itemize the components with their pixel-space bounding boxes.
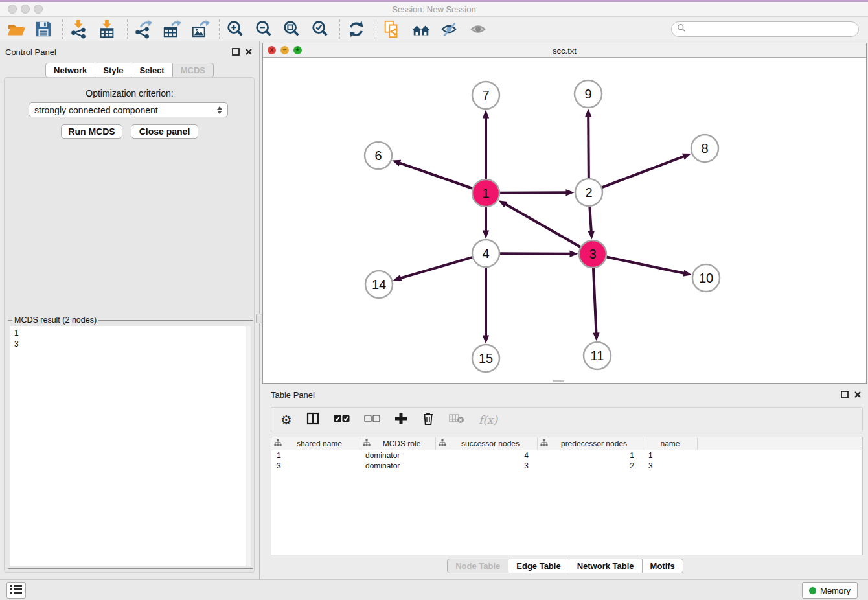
cell-successor-nodes: 3 [436, 461, 538, 470]
canvas-scroll-indicator[interactable] [553, 380, 564, 382]
float-panel-icon[interactable] [232, 47, 240, 58]
search-input[interactable] [689, 25, 858, 34]
edge-1-7[interactable] [483, 110, 489, 179]
import-table-button[interactable] [96, 19, 118, 40]
zoom-selected-button[interactable] [309, 19, 331, 40]
fx-icon: f(x) [479, 413, 497, 426]
column-header-predecessor-nodes[interactable]: predecessor nodes [538, 437, 643, 450]
edge-1-4[interactable] [483, 207, 489, 239]
network-list-button[interactable] [6, 582, 26, 599]
delete-selected-button[interactable] [422, 411, 435, 428]
cell-name: 1 [643, 451, 698, 460]
tab-select[interactable]: Select [131, 63, 172, 78]
table-row[interactable]: 3dominator323 [271, 461, 862, 471]
duplicate-network-button[interactable] [381, 19, 403, 40]
close-table-panel-icon[interactable] [854, 389, 862, 401]
tab-network-table[interactable]: Network Table [569, 559, 643, 573]
edge-2-8[interactable] [602, 154, 691, 187]
show-columns-button[interactable] [306, 412, 319, 427]
edge-3-1[interactable] [499, 200, 580, 247]
float-table-panel-icon[interactable] [841, 389, 849, 401]
export-image-button[interactable] [189, 19, 211, 40]
tab-mcds[interactable]: MCDS [172, 63, 214, 78]
titlebar-accent [0, 0, 868, 2]
column-header-mcds-role[interactable]: MCDS role [360, 437, 436, 450]
import-network-icon [67, 19, 89, 39]
run-mcds-button[interactable]: Run MCDS [61, 124, 122, 139]
graph-node-9[interactable]: 9 [575, 80, 602, 108]
graph-node-2[interactable]: 2 [575, 179, 602, 206]
tab-node-table[interactable]: Node Table [447, 559, 508, 573]
zoom-out-button[interactable] [253, 19, 275, 40]
graph-node-11[interactable]: 11 [584, 342, 611, 369]
show-all-networks-button[interactable] [410, 19, 432, 40]
graph-node-8[interactable]: 8 [691, 135, 718, 162]
edge-1-6[interactable] [392, 160, 472, 189]
toolbar-separator [127, 19, 128, 39]
memory-button[interactable]: Memory [802, 582, 858, 599]
graph-node-10[interactable]: 10 [692, 264, 720, 292]
arrowhead [569, 251, 578, 257]
search-box[interactable] [671, 21, 859, 37]
criterion-dropdown[interactable]: strongly connected component [29, 102, 228, 117]
memory-button-label: Memory [820, 586, 851, 595]
panel-divider-grip[interactable] [256, 314, 262, 323]
edge-4-14[interactable] [393, 257, 472, 281]
import-network-button[interactable] [67, 19, 89, 40]
graph-node-1[interactable]: 1 [472, 179, 499, 207]
edge-3-11[interactable] [593, 268, 599, 341]
close-panel-icon[interactable] [245, 47, 253, 58]
result-scrollbar[interactable] [246, 326, 251, 566]
graph-node-15[interactable]: 15 [472, 345, 499, 372]
checked-boxes-icon [334, 415, 350, 424]
table-row[interactable]: 1dominator411 [271, 450, 862, 461]
node-label: 14 [372, 277, 386, 292]
select-all-button[interactable] [334, 415, 350, 424]
arrowhead [585, 108, 591, 117]
graph-node-14[interactable]: 14 [365, 271, 393, 298]
graph-node-6[interactable]: 6 [365, 142, 392, 169]
graph-node-7[interactable]: 7 [472, 82, 499, 109]
graph-node-4[interactable]: 4 [472, 240, 499, 267]
edge-3-10[interactable] [607, 257, 692, 277]
column-header-successor-nodes[interactable]: successor nodes [436, 437, 538, 450]
control-panel-title: Control Panel [5, 47, 56, 57]
save-session-button[interactable] [32, 19, 54, 40]
dropdown-stepper-icon [217, 106, 222, 114]
tab-style[interactable]: Style [95, 63, 131, 78]
close-panel-button[interactable]: Close panel [131, 124, 198, 139]
open-session-button[interactable] [5, 19, 27, 40]
delete-table-button[interactable] [449, 413, 464, 426]
criterion-dropdown-value: strongly connected component [34, 105, 217, 115]
tab-motifs[interactable]: Motifs [642, 559, 683, 573]
table-settings-button[interactable]: ⚙ [280, 413, 292, 426]
arrowhead [682, 154, 691, 160]
network-canvas[interactable]: 7968124314101511 [263, 58, 866, 383]
edge-4-15[interactable] [483, 268, 489, 344]
edge-2-9[interactable] [585, 108, 591, 178]
graph-node-3[interactable]: 3 [579, 240, 606, 268]
hide-selected-button[interactable] [439, 19, 461, 40]
table-header-row: shared nameMCDS rolesuccessor nodesprede… [271, 437, 862, 450]
titlebar: Session: New Session [0, 0, 868, 17]
tab-network[interactable]: Network [45, 63, 95, 78]
arrowhead [483, 110, 489, 119]
unselect-all-button[interactable] [364, 415, 380, 424]
export-network-button[interactable] [132, 19, 154, 40]
zoom-in-button[interactable] [224, 19, 246, 40]
gear-icon: ⚙ [280, 413, 292, 426]
edge-2-3[interactable] [588, 207, 595, 240]
column-header-name[interactable]: name [643, 437, 698, 450]
edge-4-3[interactable] [500, 251, 578, 257]
table-body: 1dominator4113dominator323 [271, 450, 862, 471]
mcds-result-area[interactable]: 1 3 [10, 326, 251, 566]
add-row-button[interactable] [394, 412, 407, 427]
apply-layout-button[interactable] [345, 19, 367, 40]
function-builder-button[interactable]: f(x) [479, 413, 497, 426]
edge-1-2[interactable] [500, 189, 575, 196]
show-hidden-button[interactable] [468, 19, 490, 40]
column-header-shared-name[interactable]: shared name [271, 437, 360, 450]
tab-edge-table[interactable]: Edge Table [508, 559, 569, 573]
zoom-fit-button[interactable] [280, 19, 303, 40]
export-table-button[interactable] [161, 19, 183, 40]
